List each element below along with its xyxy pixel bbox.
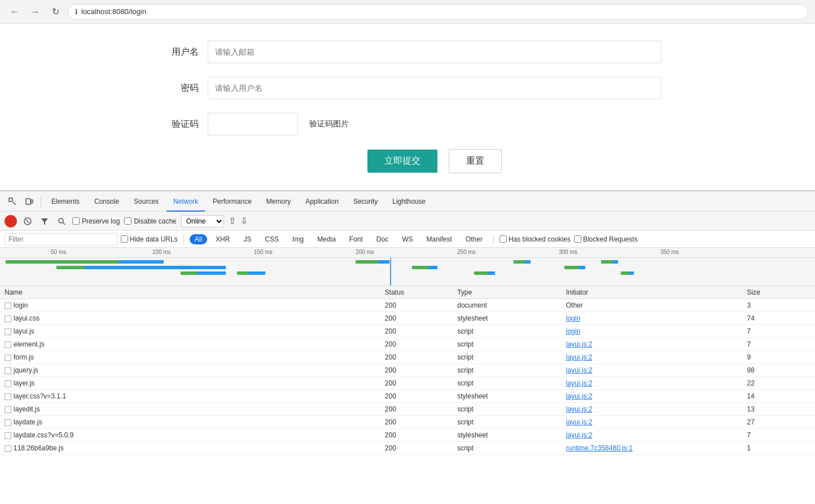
initiator-link[interactable]: layui.js:2 — [566, 353, 593, 361]
password-input[interactable] — [208, 77, 661, 99]
tab-network[interactable]: Network — [166, 191, 205, 212]
initiator-link[interactable]: runtime.7c358480.js:1 — [566, 444, 633, 452]
table-row[interactable]: layedit.js200scriptlayui.js:213 — [0, 403, 815, 416]
has-blocked-cookies-checkbox[interactable] — [499, 235, 507, 243]
search-button[interactable] — [55, 215, 68, 227]
username-input[interactable] — [208, 41, 661, 63]
reset-button[interactable]: 重置 — [449, 149, 502, 173]
filter-xhr-button[interactable]: XHR — [211, 234, 235, 244]
cell-initiator[interactable]: layui.js:2 — [562, 377, 743, 390]
cell-initiator[interactable]: login — [562, 312, 743, 325]
cell-initiator[interactable]: layui.js:2 — [562, 403, 743, 416]
back-button[interactable]: ← — [7, 4, 23, 20]
tab-application[interactable]: Application — [299, 191, 345, 212]
table-row[interactable]: laydate.js200scriptlayui.js:227 — [0, 416, 815, 429]
device-toolbar-button[interactable] — [21, 194, 37, 209]
filter-manifest-button[interactable]: Manifest — [422, 234, 457, 244]
initiator-link[interactable]: login — [566, 327, 580, 335]
disable-cache-checkbox[interactable] — [124, 217, 132, 225]
initiator-link[interactable]: layui.js:2 — [566, 392, 593, 400]
inspect-element-button[interactable] — [5, 194, 20, 209]
filter-other-button[interactable]: Other — [461, 234, 488, 244]
initiator-link[interactable]: layui.js:2 — [566, 366, 593, 374]
table-row[interactable]: layer.css?v=3.1.1200stylesheetlayui.js:2… — [0, 390, 815, 403]
initiator-link[interactable]: layui.js:2 — [566, 431, 593, 439]
has-blocked-cookies-label[interactable]: Has blocked cookies — [499, 235, 571, 243]
svg-rect-23 — [488, 271, 495, 275]
table-row[interactable]: layer.js200scriptlayui.js:222 — [0, 377, 815, 390]
initiator-link[interactable]: layui.js:2 — [566, 379, 593, 387]
initiator-link[interactable]: layui.js:2 — [566, 405, 593, 413]
filter-doc-button[interactable]: Doc — [371, 234, 393, 244]
cell-initiator[interactable]: runtime.7c358480.js:1 — [562, 442, 743, 455]
filter-js-button[interactable]: JS — [238, 234, 256, 244]
filter-img-button[interactable]: Img — [287, 234, 309, 244]
import-button[interactable]: ⇧ — [229, 216, 236, 226]
hide-data-urls-label[interactable]: Hide data URLs — [121, 235, 178, 243]
filter-media-button[interactable]: Media — [312, 234, 341, 244]
cell-initiator[interactable]: layui.js:2 — [562, 429, 743, 442]
table-row[interactable]: layui.js200scriptlogin7 — [0, 325, 815, 338]
filter-font-button[interactable]: Font — [344, 234, 368, 244]
filter-css-button[interactable]: CSS — [260, 234, 284, 244]
hide-data-urls-checkbox[interactable] — [121, 235, 128, 243]
col-header-status: Status — [380, 286, 453, 299]
filter-input[interactable] — [5, 233, 117, 246]
ruler-300ms: 300 ms — [559, 249, 577, 255]
blocked-requests-checkbox[interactable] — [574, 235, 581, 243]
tab-sources[interactable]: Sources — [127, 191, 165, 212]
svg-rect-13 — [181, 271, 198, 275]
tab-console[interactable]: Console — [87, 191, 126, 212]
ruler-50ms: 50 ms — [51, 249, 66, 255]
cell-initiator[interactable]: layui.js:2 — [562, 351, 743, 364]
initiator-link[interactable]: layui.js:2 — [566, 340, 593, 348]
tab-lighthouse[interactable]: Lighthouse — [385, 191, 432, 212]
preserve-log-checkbox-label[interactable]: Preserve log — [72, 217, 120, 225]
devtools-tabbar: Elements Console Sources Network Perform… — [0, 191, 815, 212]
table-row[interactable]: 118.26b6a9be.js200scriptruntime.7c358480… — [0, 442, 815, 455]
initiator-link[interactable]: login — [566, 314, 580, 322]
cell-type: stylesheet — [453, 390, 562, 403]
table-row[interactable]: element.js200scriptlayui.js:27 — [0, 338, 815, 351]
cell-initiator[interactable]: login — [562, 325, 743, 338]
table-row[interactable]: layui.css200stylesheetlogin74 — [0, 312, 815, 325]
table-row[interactable]: laydate.css?v=5.0.9200stylesheetlayui.js… — [0, 429, 815, 442]
initiator-link[interactable]: layui.js:2 — [566, 418, 593, 426]
cell-status: 200 — [380, 416, 453, 429]
table-row[interactable]: jquery.js200scriptlayui.js:298 — [0, 364, 815, 377]
cell-name: jquery.js — [0, 364, 380, 377]
cell-type: stylesheet — [453, 312, 562, 325]
tab-performance[interactable]: Performance — [206, 191, 258, 212]
cell-initiator[interactable]: layui.js:2 — [562, 364, 743, 377]
svg-rect-30 — [621, 271, 629, 275]
record-button[interactable] — [5, 215, 17, 227]
cell-type: script — [453, 403, 562, 416]
filter-ws-button[interactable]: WS — [397, 234, 418, 244]
address-bar[interactable]: ℹ localhost:8080/login — [68, 4, 808, 20]
timeline-bars — [0, 258, 815, 286]
svg-rect-18 — [356, 260, 378, 264]
tab-memory[interactable]: Memory — [260, 191, 297, 212]
cell-initiator[interactable]: layui.js:2 — [562, 416, 743, 429]
cell-initiator[interactable]: layui.js:2 — [562, 390, 743, 403]
submit-button[interactable]: 立即提交 — [367, 150, 437, 173]
table-header-row: Name Status Type Initiator Size — [0, 286, 815, 299]
table-row[interactable]: form.js200scriptlayui.js:29 — [0, 351, 815, 364]
table-row[interactable]: login200documentOther3 — [0, 299, 815, 312]
captcha-input[interactable] — [208, 113, 298, 135]
blocked-requests-label[interactable]: Blocked Requests — [574, 235, 638, 243]
captcha-image-button[interactable]: 验证码图片 — [309, 119, 349, 129]
devtools-panel: Elements Console Sources Network Perform… — [0, 190, 815, 504]
tab-elements[interactable]: Elements — [45, 191, 86, 212]
throttling-select[interactable]: Online Offline Slow 3G Fast 3G — [181, 215, 224, 227]
export-button[interactable]: ⇩ — [240, 216, 248, 226]
filter-icon-button[interactable] — [38, 215, 51, 227]
filter-all-button[interactable]: All — [190, 234, 207, 244]
preserve-log-checkbox[interactable] — [72, 217, 80, 225]
forward-button[interactable]: → — [27, 4, 43, 20]
disable-cache-checkbox-label[interactable]: Disable cache — [124, 217, 176, 225]
clear-button[interactable] — [21, 215, 34, 227]
reload-button[interactable]: ↻ — [47, 4, 63, 20]
cell-initiator[interactable]: layui.js:2 — [562, 338, 743, 351]
tab-security[interactable]: Security — [347, 191, 384, 212]
